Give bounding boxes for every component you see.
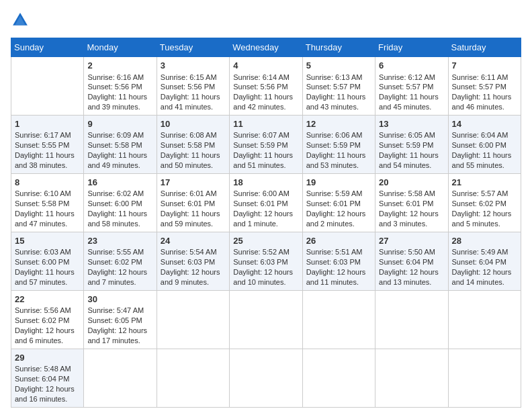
day-info: Daylight: 11 hours and 51 minutes. [233,150,298,171]
day-info: Sunset: 6:02 PM [452,199,517,209]
day-info: Sunrise: 6:00 AM [233,189,298,199]
day-info: Daylight: 11 hours and 59 minutes. [161,209,226,229]
day-number: 9 [87,118,152,130]
day-info: Sunset: 6:00 PM [15,257,80,267]
day-info: Sunrise: 6:17 AM [15,130,80,140]
day-info: Sunrise: 5:52 AM [233,247,298,257]
day-info: Sunset: 5:56 PM [161,82,226,92]
day-info: Sunrise: 6:05 AM [379,130,444,140]
day-number: 19 [306,177,371,189]
day-info: Daylight: 11 hours and 58 minutes. [87,209,152,229]
day-info: Daylight: 11 hours and 45 minutes. [379,92,444,112]
day-info: Daylight: 11 hours and 43 minutes. [306,92,371,112]
calendar-cell: 30Sunrise: 5:47 AMSunset: 6:05 PMDayligh… [84,290,157,349]
calendar-cell [84,349,157,407]
day-header-thursday: Thursday [302,38,375,57]
day-info: Sunrise: 5:47 AM [87,306,152,316]
calendar-cell: 19Sunrise: 5:59 AMSunset: 6:01 PMDayligh… [302,173,375,232]
calendar-week-row: 15Sunrise: 6:03 AMSunset: 6:00 PMDayligh… [11,232,521,290]
day-number: 16 [87,177,152,189]
day-info: Sunset: 5:59 PM [233,140,298,150]
calendar-cell: 25Sunrise: 5:52 AMSunset: 6:03 PMDayligh… [230,232,302,290]
day-info: Sunrise: 6:09 AM [87,130,152,140]
day-info: Sunset: 6:01 PM [233,199,298,209]
day-info: Daylight: 12 hours and 14 minutes. [452,267,517,287]
calendar-cell [302,349,375,407]
day-info: Daylight: 11 hours and 50 minutes. [161,150,226,171]
day-info: Sunset: 6:03 PM [161,257,226,267]
day-info: Sunset: 6:02 PM [87,257,152,267]
day-info: Sunset: 5:57 PM [306,82,371,92]
day-info: Daylight: 11 hours and 41 minutes. [161,92,226,112]
day-info: Sunset: 6:02 PM [15,316,80,326]
day-info: Sunrise: 6:12 AM [379,73,444,83]
day-info: Daylight: 11 hours and 53 minutes. [306,150,371,171]
day-info: Daylight: 11 hours and 42 minutes. [233,92,298,112]
day-info: Daylight: 12 hours and 3 minutes. [379,209,444,229]
day-info: Sunrise: 5:49 AM [452,247,517,257]
day-info: Daylight: 11 hours and 47 minutes. [15,209,80,229]
day-info: Daylight: 12 hours and 9 minutes. [161,267,226,287]
day-info: Sunset: 6:04 PM [15,374,80,384]
day-number: 12 [306,118,371,130]
calendar-header-row: SundayMondayTuesdayWednesdayThursdayFrid… [11,38,521,57]
day-info: Sunrise: 6:02 AM [87,189,152,199]
calendar-cell: 7Sunrise: 6:11 AMSunset: 5:57 PMDaylight… [448,57,521,116]
day-number: 20 [379,177,444,189]
day-info: Sunset: 5:59 PM [379,140,444,150]
day-info: Daylight: 11 hours and 46 minutes. [452,92,517,112]
day-info: Daylight: 12 hours and 13 minutes. [379,267,444,287]
day-number: 30 [87,293,152,306]
day-info: Daylight: 11 hours and 39 minutes. [87,92,152,112]
day-info: Sunset: 6:04 PM [452,257,517,267]
day-number: 2 [87,60,152,72]
calendar-cell: 24Sunrise: 5:54 AMSunset: 6:03 PMDayligh… [157,232,229,290]
day-info: Sunrise: 5:56 AM [15,306,80,316]
calendar-cell: 10Sunrise: 6:08 AMSunset: 5:58 PMDayligh… [157,115,229,173]
day-info: Sunrise: 5:58 AM [379,189,444,199]
day-info: Sunrise: 5:48 AM [15,364,80,374]
day-info: Sunrise: 6:11 AM [452,73,517,83]
day-info: Sunset: 5:55 PM [15,140,80,150]
day-info: Sunset: 6:01 PM [161,199,226,209]
calendar-cell [375,290,448,349]
calendar-week-row: 22Sunrise: 5:56 AMSunset: 6:02 PMDayligh… [11,290,521,349]
calendar-cell [157,349,229,407]
day-number: 24 [161,235,226,247]
day-info: Sunset: 6:00 PM [452,140,517,150]
calendar-cell: 16Sunrise: 6:02 AMSunset: 6:00 PMDayligh… [84,173,157,232]
day-header-sunday: Sunday [11,38,84,57]
day-info: Sunset: 6:03 PM [306,257,371,267]
calendar-cell [11,57,84,116]
day-number: 27 [379,235,444,247]
day-info: Daylight: 11 hours and 38 minutes. [15,150,80,171]
calendar-cell: 15Sunrise: 6:03 AMSunset: 6:00 PMDayligh… [11,232,84,290]
day-header-wednesday: Wednesday [230,38,302,57]
day-number: 29 [15,352,80,364]
day-info: Sunrise: 6:03 AM [15,247,80,257]
day-info: Daylight: 11 hours and 55 minutes. [452,150,517,171]
day-header-monday: Monday [84,38,157,57]
day-info: Daylight: 12 hours and 17 minutes. [87,326,152,346]
day-info: Sunset: 6:01 PM [379,199,444,209]
day-number: 7 [452,60,517,72]
calendar-cell: 4Sunrise: 6:14 AMSunset: 5:56 PMDaylight… [230,57,302,116]
calendar-cell: 28Sunrise: 5:49 AMSunset: 6:04 PMDayligh… [448,232,521,290]
logo-icon [11,11,30,30]
day-info: Sunrise: 6:16 AM [87,73,152,83]
day-number: 11 [233,118,298,130]
day-number: 10 [161,118,226,130]
day-number: 3 [161,60,226,72]
day-info: Sunrise: 5:59 AM [306,189,371,199]
day-number: 5 [306,60,371,72]
day-number: 26 [306,235,371,247]
calendar-cell [230,349,302,407]
day-info: Daylight: 12 hours and 7 minutes. [87,267,152,287]
calendar-cell [448,349,521,407]
day-info: Sunrise: 5:51 AM [306,247,371,257]
calendar-table: SundayMondayTuesdayWednesdayThursdayFrid… [11,38,521,408]
day-header-saturday: Saturday [448,38,521,57]
calendar-cell: 2Sunrise: 6:16 AMSunset: 5:56 PMDaylight… [84,57,157,116]
calendar-cell: 1Sunrise: 6:17 AMSunset: 5:55 PMDaylight… [11,115,84,173]
day-info: Sunset: 5:57 PM [379,82,444,92]
